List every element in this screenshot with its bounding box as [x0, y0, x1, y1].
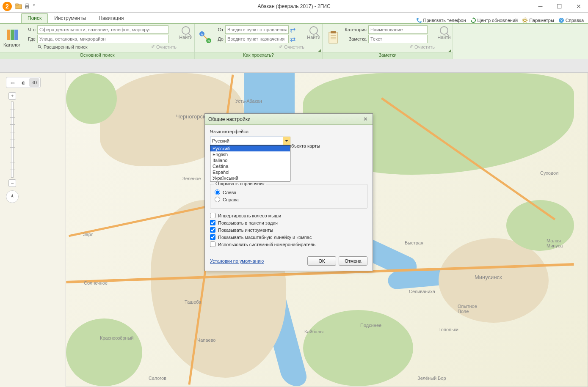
clear-link-main[interactable]: ✐ Очистить: [151, 44, 177, 49]
where-input[interactable]: [37, 35, 168, 43]
titlebar: 2 ▾ Абакан (февраль 2017) - 2ГИС ─ ☐ ✕: [0, 0, 588, 13]
ribbon: Каталог Что Где Расширенный поиск: [0, 24, 588, 59]
link-parameters[interactable]: Параметры: [522, 17, 554, 23]
from-input[interactable]: [225, 25, 289, 34]
defaults-link[interactable]: Установки по умолчанию: [210, 258, 264, 263]
checkbox-input[interactable]: [210, 227, 215, 233]
dialog-title-text: Общие настройки: [208, 116, 251, 122]
ok-button[interactable]: ОК: [307, 256, 336, 266]
from-label: От: [214, 27, 224, 32]
close-button[interactable]: ✕: [569, 0, 588, 13]
find-button-notes[interactable]: Найти: [437, 25, 451, 41]
gear-icon: [522, 17, 528, 23]
group-expand-icon[interactable]: ◢: [318, 48, 321, 52]
dialog-close-button[interactable]: ✕: [362, 115, 369, 123]
maximize-button[interactable]: ☐: [550, 0, 569, 13]
language-option[interactable]: Čeština: [210, 163, 290, 169]
window-title: Абакан (февраль 2017) - 2ГИС: [257, 3, 330, 9]
ruler-toggle[interactable]: ▭: [7, 78, 17, 87]
link-label: Справка: [566, 18, 584, 23]
link-label: Параметры: [529, 18, 554, 23]
map-label: Заря: [83, 232, 94, 237]
notes-icon-button[interactable]: [324, 25, 342, 51]
3d-toggle[interactable]: 3D: [29, 78, 39, 87]
svg-rect-1: [16, 4, 18, 5]
to-input[interactable]: [225, 35, 289, 43]
zoom-in-button[interactable]: +: [8, 92, 16, 100]
catalog-button[interactable]: Каталог: [2, 25, 22, 51]
checkbox-input[interactable]: [210, 242, 215, 247]
check-show-scale[interactable]: Показывать масштабную линейку и компас: [210, 234, 367, 240]
app-icon: 2: [3, 2, 12, 11]
dialog-body: Язык интерфейса Русский Русский English …: [205, 125, 373, 253]
zoom-out-button[interactable]: −: [8, 179, 16, 187]
map-label: Суходол: [540, 170, 558, 176]
tab-navigation[interactable]: Навигация: [92, 13, 130, 23]
link-label: Центр обновлений: [478, 18, 518, 23]
swap-from-icon[interactable]: ⇄: [290, 26, 295, 34]
language-option[interactable]: Український: [210, 175, 290, 181]
qa-print-icon[interactable]: [24, 3, 30, 10]
link-updates[interactable]: Центр обновлений: [470, 17, 518, 23]
clear-link-notes[interactable]: ✐ Очистить: [409, 44, 435, 49]
cancel-button[interactable]: Отмена: [339, 256, 367, 266]
what-label: Что: [22, 27, 36, 32]
minimize-button[interactable]: ─: [531, 0, 550, 13]
svg-point-5: [524, 19, 526, 22]
clear-label: Очистить: [414, 44, 435, 49]
ribbon-group-notes: Категория Заметка ✐ Очистить Найти: [323, 24, 453, 59]
clear-label: Очистить: [284, 44, 304, 49]
link-help[interactable]: ? Справка: [558, 17, 584, 23]
language-option[interactable]: English: [210, 151, 290, 157]
help-icon: ?: [558, 17, 564, 23]
map-view-toggle: ▭ ◐ 3D: [6, 77, 41, 88]
svg-point-6: [522, 18, 527, 23]
check-taskbar[interactable]: Показывать в панели задач: [210, 220, 367, 225]
radio-left[interactable]: Слева: [215, 189, 363, 195]
open-reference-fieldset: Открывать справочник Слева Справа: [210, 184, 367, 209]
radio-right[interactable]: Справа: [215, 197, 363, 202]
find-button-main[interactable]: Найти: [179, 25, 193, 41]
checkbox-input[interactable]: [210, 213, 215, 218]
advanced-search-link[interactable]: Расширенный поиск: [37, 44, 88, 49]
map-urban: [439, 238, 549, 323]
checkbox-input[interactable]: [210, 220, 215, 225]
radio-label: Справа: [223, 197, 239, 202]
check-show-tools[interactable]: Показывать инструменты: [210, 227, 367, 233]
note-input[interactable]: [368, 35, 428, 43]
zoom-track[interactable]: [11, 102, 14, 178]
what-input[interactable]: [37, 25, 168, 34]
night-toggle[interactable]: ◐: [18, 78, 28, 87]
map-label: Быстрая: [405, 240, 423, 245]
language-option[interactable]: Español: [210, 169, 290, 175]
category-input[interactable]: [368, 25, 428, 34]
language-option[interactable]: Русский: [210, 145, 290, 151]
lang-section-label: Язык интерфейса: [210, 129, 367, 134]
clear-link-route[interactable]: ✐ Очистить: [279, 44, 304, 49]
map-label: Сапогов: [149, 376, 166, 381]
radio-label: Слева: [223, 190, 236, 195]
map-label: Зелёный Бор: [417, 376, 446, 381]
quick-access: ▾: [15, 3, 35, 10]
qa-dropdown-icon[interactable]: ▾: [33, 3, 35, 10]
ribbon-group-route: AB От ⇄ До ⇄ ✐ Очистить: [195, 24, 323, 59]
language-combobox[interactable]: Русский Русский English Italiano Čeština…: [210, 137, 290, 145]
radio-right-input[interactable]: [215, 197, 220, 202]
compass[interactable]: [6, 190, 19, 203]
catalog-icon: [5, 28, 19, 41]
check-use-dialer[interactable]: Использовать системный номеронабиратель: [210, 242, 367, 247]
route-icon-button[interactable]: AB: [196, 25, 214, 51]
language-option[interactable]: Italiano: [210, 157, 290, 163]
check-invert-wheel[interactable]: Инвертировать колесо мыши: [210, 213, 367, 218]
swap-to-icon[interactable]: ⇄: [290, 35, 295, 43]
find-button-route[interactable]: Найти: [307, 25, 320, 41]
link-bind-phone[interactable]: Привязать телефон: [416, 17, 466, 23]
tab-search[interactable]: Поиск: [21, 13, 48, 23]
tab-tools[interactable]: Инструменты: [48, 13, 92, 23]
map-label: Опытное Поле: [458, 304, 477, 314]
qa-folder-icon[interactable]: [15, 3, 22, 10]
window-controls: ─ ☐ ✕: [531, 0, 588, 13]
group-expand-icon[interactable]: ◢: [448, 48, 452, 52]
radio-left-input[interactable]: [215, 189, 220, 195]
checkbox-input[interactable]: [210, 234, 215, 240]
